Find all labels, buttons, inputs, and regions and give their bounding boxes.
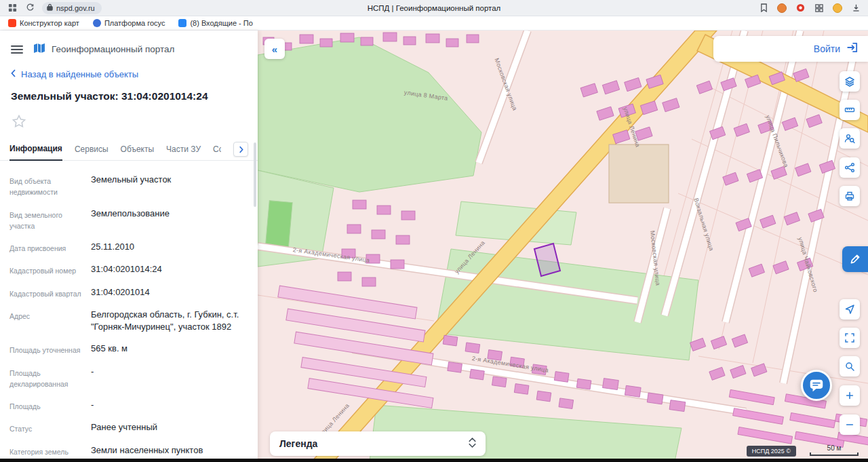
portal-brand-label: Геоинформационный портал bbox=[52, 44, 174, 54]
field-row-address: Адрес Белгородская область, г. Губкин, с… bbox=[9, 304, 248, 338]
back-to-results-link[interactable]: Назад в найденные объекты bbox=[0, 60, 258, 79]
bookmark-flag-icon[interactable] bbox=[758, 3, 769, 14]
tab-objects[interactable]: Объекты bbox=[121, 145, 155, 160]
tab-composition[interactable]: Состав bbox=[213, 145, 221, 160]
print-button[interactable] bbox=[840, 186, 860, 206]
hamburger-menu-icon[interactable] bbox=[11, 45, 23, 54]
zoom-out-button[interactable] bbox=[840, 415, 860, 435]
browser-topbar: НСПД | Геоинформационный портал nspd.gov… bbox=[0, 0, 868, 16]
field-row-cadastral-block: Кадастровый квартал 31:04:0201014 bbox=[9, 282, 248, 304]
messenger-icon[interactable] bbox=[795, 3, 806, 14]
profile-icon[interactable] bbox=[833, 3, 842, 13]
browser-menu-icon[interactable] bbox=[7, 3, 18, 14]
field-label: Кадастровый номер bbox=[9, 263, 90, 276]
field-row-object-kind: Вид объекта недвижимости Земельный участ… bbox=[9, 169, 248, 203]
search-on-map-button[interactable] bbox=[840, 356, 860, 377]
vk-favicon bbox=[178, 19, 186, 27]
gov-platform-favicon bbox=[93, 19, 101, 27]
legend-label: Легенда bbox=[279, 438, 317, 449]
field-value: 31:04:0201014 bbox=[91, 286, 248, 299]
portal-brand[interactable]: Геоинформационный портал bbox=[33, 41, 174, 57]
legend-panel[interactable]: Легенда bbox=[270, 431, 486, 456]
attribute-list: Вид объекта недвижимости Земельный участ… bbox=[0, 161, 258, 461]
download-icon[interactable] bbox=[850, 3, 861, 14]
field-label: Кадастровый квартал bbox=[9, 286, 90, 299]
favorite-star-icon[interactable] bbox=[11, 120, 27, 132]
chat-support-button[interactable] bbox=[801, 370, 832, 401]
field-label: Адрес bbox=[9, 309, 90, 333]
bookmarks-bar: Конструктор карт Платформа госус (8) Вхо… bbox=[0, 16, 868, 31]
refresh-icon[interactable] bbox=[24, 3, 35, 14]
field-value: - bbox=[91, 366, 248, 390]
map-area[interactable]: Московская улица улица 8 Марта улица Лен… bbox=[258, 31, 868, 461]
bookmark-konstruktor[interactable]: Конструктор карт bbox=[8, 19, 79, 27]
panel-header: Геоинформационный портал bbox=[0, 31, 258, 60]
page-title: Земельный участок: 31:04:0201014:24 bbox=[0, 79, 258, 102]
measure-ruler-button[interactable] bbox=[840, 100, 860, 120]
tab-parcel-parts[interactable]: Части ЗУ bbox=[166, 145, 201, 160]
field-label: Вид земельного участка bbox=[9, 208, 90, 232]
bookmark-label: Конструктор карт bbox=[20, 19, 79, 27]
map-constructor-favicon bbox=[8, 19, 16, 27]
select-area-button[interactable] bbox=[840, 328, 860, 348]
url-text: nspd.gov.ru bbox=[56, 4, 95, 12]
bookmark-label: (8) Входящие - По bbox=[190, 19, 252, 27]
tab-services[interactable]: Сервисы bbox=[75, 145, 108, 160]
map-attribution: НСПД 2025 © bbox=[747, 446, 796, 457]
field-row-status: Статус Ранее учтенный bbox=[9, 417, 248, 439]
field-value: 31:04:0201014:24 bbox=[91, 263, 248, 276]
field-value: Земли населенных пунктов bbox=[91, 444, 248, 457]
field-label: Вид объекта недвижимости bbox=[9, 174, 90, 198]
legend-expand-icon[interactable] bbox=[469, 438, 476, 450]
login-bar: Войти bbox=[713, 36, 868, 62]
panel-scrollbar[interactable] bbox=[254, 142, 256, 207]
field-row-area: Площадь - bbox=[9, 394, 248, 417]
draw-edit-button[interactable] bbox=[842, 246, 868, 272]
field-label: Площадь декларированная bbox=[9, 366, 90, 390]
scale-label: 50 м bbox=[827, 444, 842, 452]
field-row-parcel-kind: Вид земельного участка Землепользование bbox=[9, 203, 248, 237]
login-button[interactable]: Войти bbox=[814, 43, 840, 54]
lock-icon bbox=[47, 3, 53, 12]
tab-information[interactable]: Информация bbox=[9, 144, 62, 161]
field-value: 565 кв. м bbox=[91, 343, 248, 355]
field-row-area-declared: Площадь декларированная - bbox=[9, 361, 248, 395]
zoom-in-button[interactable] bbox=[840, 385, 860, 406]
field-row-cadastral-number: Кадастровый номер 31:04:0201014:24 bbox=[9, 258, 248, 281]
field-value: Белгородская область, г. Губкин, с.т. "Г… bbox=[91, 309, 248, 333]
back-link-label: Назад в найденные объекты bbox=[21, 69, 138, 79]
collections-icon[interactable] bbox=[814, 3, 825, 14]
field-label: Площадь bbox=[9, 399, 90, 412]
login-icon[interactable] bbox=[846, 41, 859, 56]
field-value: 25.11.2010 bbox=[91, 241, 248, 254]
browser-page-title: НСПД | Геоинформационный портал bbox=[0, 4, 868, 12]
user-search-button[interactable] bbox=[840, 128, 860, 149]
scale-bar: 50 м bbox=[810, 444, 859, 456]
field-label: Категория земель bbox=[9, 444, 90, 457]
user-avatar[interactable] bbox=[777, 3, 787, 13]
locate-button[interactable] bbox=[840, 299, 860, 320]
field-label: Статус bbox=[9, 421, 90, 434]
field-value: Земельный участок bbox=[91, 174, 248, 198]
field-row-assign-date: Дата присвоения 25.11.2010 bbox=[9, 236, 248, 258]
favorite-row bbox=[0, 102, 258, 134]
chevron-left-icon bbox=[11, 69, 16, 79]
tab-scroll-right-button[interactable] bbox=[233, 142, 248, 157]
field-row-area-refined: Площадь уточненная 565 кв. м bbox=[9, 338, 248, 360]
bookmark-platform[interactable]: Платформа госус bbox=[93, 19, 165, 27]
field-value: Землепользование bbox=[91, 208, 248, 232]
field-label: Площадь уточненная bbox=[9, 343, 90, 355]
taskbar-edge bbox=[0, 459, 868, 462]
address-bar[interactable]: nspd.gov.ru bbox=[42, 2, 102, 14]
scale-line bbox=[810, 453, 859, 456]
field-label: Дата присвоения bbox=[9, 241, 90, 254]
tab-bar: Информация Сервисы Объекты Части ЗУ Сост… bbox=[0, 134, 258, 161]
panel-collapse-button[interactable]: « bbox=[264, 39, 285, 59]
object-info-panel: Геоинформационный портал Назад в найденн… bbox=[0, 31, 258, 461]
nspd-logo-icon bbox=[33, 41, 46, 57]
field-value: Ранее учтенный bbox=[91, 421, 248, 434]
share-button[interactable] bbox=[840, 157, 860, 178]
map-canvas[interactable] bbox=[258, 31, 868, 461]
layers-button[interactable] bbox=[840, 71, 860, 92]
bookmark-vk-inbox[interactable]: (8) Входящие - По bbox=[178, 19, 252, 27]
